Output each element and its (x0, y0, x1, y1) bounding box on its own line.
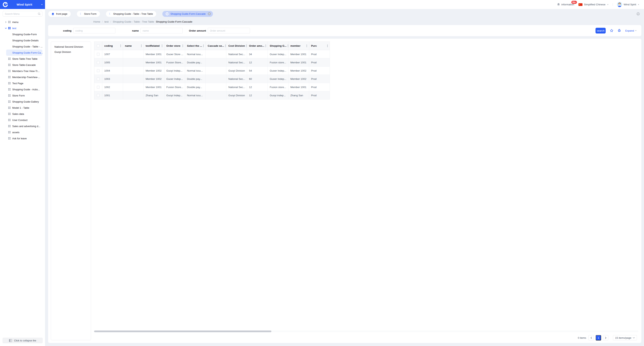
sidebar-item[interactable]: Test Page (0, 80, 42, 86)
table-cell: 12 (247, 83, 268, 91)
brand-block[interactable]: Wind Spirit ▾ (0, 0, 45, 9)
breadcrumb-item[interactable]: test (104, 20, 109, 23)
column-label: Purc (311, 44, 317, 47)
sidebar-item-label: Shopping Guide-Form (12, 33, 37, 36)
filter-field-input[interactable] (73, 28, 116, 33)
table-cell: Guoer Store ... (164, 50, 185, 58)
sidebar-item-label: Membership-TreeView-... (12, 76, 40, 79)
header-cell: Order store (164, 41, 185, 50)
column-menu-icon[interactable] (182, 45, 183, 47)
column-menu-icon[interactable] (141, 45, 142, 47)
breadcrumb-item[interactable]: Home (93, 20, 100, 23)
tree-node[interactable]: Guoyi Division (51, 49, 91, 54)
tab-item[interactable]: front page (48, 11, 71, 17)
table-cell: Member 1001 (288, 58, 309, 67)
header-cell: Cost Division (226, 41, 247, 50)
sidebar-item[interactable]: Store-Table-Cascade (0, 62, 42, 68)
sidebar-item[interactable]: Membership-TreeView-... (0, 74, 42, 80)
sidebar-item-label: test (12, 27, 16, 30)
crescent-icon (109, 13, 112, 15)
data-table: codingnametestRelatedOrder storeSelect t… (94, 41, 322, 100)
filter-field-label: name (116, 29, 140, 32)
sidebar-item[interactable]: Model 1 - Table (0, 105, 42, 111)
brand-logo-icon (3, 2, 8, 7)
brand-caret-icon: ▾ (42, 4, 42, 5)
chevron-down-icon (5, 27, 7, 29)
tab-item[interactable]: Store Form (77, 11, 100, 17)
sidebar-item[interactable]: Shopping Guide - Actio... (0, 86, 42, 92)
table-cell (206, 83, 226, 91)
header-cell-checkbox (94, 41, 102, 50)
grid-icon (8, 107, 10, 109)
sidebar-item[interactable]: Ask for leave (0, 135, 42, 142)
select-all-checkbox[interactable] (97, 44, 100, 47)
column-label: Order store (166, 44, 180, 47)
search-icon (38, 12, 41, 15)
header-cell: Purc (309, 41, 322, 50)
column-menu-icon[interactable] (162, 45, 162, 47)
table-cell: Member 1001 (288, 50, 309, 58)
column-label: Order amo... (249, 44, 264, 47)
filter-field-input[interactable] (140, 28, 183, 33)
table-cell: 1002 (102, 83, 123, 91)
sidebar-item[interactable]: Shopping Guide-Gallery (0, 99, 42, 105)
breadcrumb-item[interactable]: Shopping Guide - Table - Tree Table (113, 20, 154, 23)
table-cell: Member 1001 (144, 83, 164, 91)
sidebar-item[interactable]: test (0, 25, 42, 31)
row-checkbox[interactable] (97, 53, 100, 56)
sidebar-item[interactable]: Store-Table-Tree Table (0, 56, 42, 62)
breadcrumb-item[interactable]: Shopping Guide-Form-Cascade (156, 20, 192, 23)
table-row: 1003Member 1002Guoer Indep...Double pay.… (94, 75, 322, 83)
row-checkbox[interactable] (97, 86, 100, 89)
sidebar-item[interactable]: menu (0, 19, 42, 25)
table-cell: Normal issu... (185, 91, 206, 100)
filter-field: name (116, 28, 183, 33)
sidebar-item-label: Shopping Guide-Gallery (12, 100, 39, 103)
column-menu-icon[interactable] (120, 45, 121, 47)
sidebar-item[interactable]: assets (0, 129, 42, 135)
top-bar: Wind Spirit ▾ information 99+ ★ Simplifi… (0, 0, 322, 9)
sidebar-item[interactable]: Shopping Guide - Table - ... (0, 43, 42, 50)
row-checkbox[interactable] (97, 61, 100, 64)
sidebar-item-label: Test Page (12, 82, 24, 85)
table-cell (206, 75, 226, 83)
table-cell: Fusion Store... (164, 83, 185, 91)
sidebar-item[interactable]: User Conduct (0, 117, 42, 123)
sidebar-item-label: Shopping Guide-Form-Ca... (12, 51, 43, 54)
column-label: testRelated (146, 44, 160, 47)
row-checkbox[interactable] (97, 77, 100, 80)
grid-icon (8, 100, 10, 103)
table-cell (206, 67, 226, 75)
table-cell: Member 1002 (144, 75, 164, 83)
row-checkbox[interactable] (97, 94, 100, 97)
column-menu-icon[interactable] (203, 45, 204, 47)
tree-node[interactable]: National Second Division (51, 44, 91, 49)
column-menu-icon[interactable] (246, 45, 247, 47)
sidebar-item[interactable]: Shopping Guide-Details (0, 37, 42, 43)
column-menu-icon[interactable] (266, 45, 266, 47)
table-cell (123, 75, 144, 83)
row-checkbox[interactable] (97, 69, 100, 72)
main-area: front pageStore FormShopping Guide - Tab… (45, 9, 322, 173)
filter-field-input[interactable] (208, 28, 250, 33)
column-menu-icon[interactable] (306, 45, 307, 47)
tab-item[interactable]: Shopping Guide - Table - Tree Table (106, 11, 156, 17)
table-cell: Prod (309, 75, 322, 83)
sidebar-item[interactable]: Store Form (0, 92, 42, 99)
sidebar-item[interactable]: Sales and advertising d... (0, 123, 42, 129)
table-cell: National Sec... (226, 83, 247, 91)
table-cell: 12 (247, 91, 268, 100)
grid-icon (8, 27, 10, 29)
filter-field-label: coding (48, 29, 73, 32)
sidebar-item[interactable]: Shopping Guide-Form-Ca... (6, 50, 42, 56)
menu-search-input[interactable] (3, 11, 42, 17)
sidebar-item[interactable]: Sales data (0, 111, 42, 117)
tab-active[interactable]: Shopping Guide-Form-Cascade (162, 11, 213, 17)
sidebar-item[interactable]: Members-Tree View-Tr... (0, 68, 42, 74)
column-label: Select the ... (187, 44, 202, 47)
column-menu-icon[interactable] (225, 45, 226, 47)
sidebar-item[interactable]: Shopping Guide-Form (0, 31, 42, 37)
tab-label: Store Form (84, 12, 96, 15)
close-icon[interactable] (208, 12, 211, 15)
column-menu-icon[interactable] (288, 45, 288, 47)
